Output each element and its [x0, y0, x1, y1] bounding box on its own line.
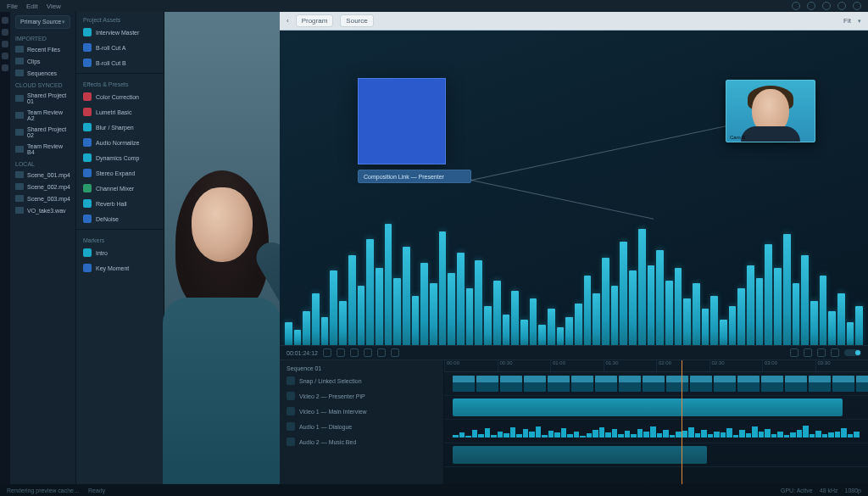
- clip-thumbnail: [595, 376, 617, 392]
- sidebar-item[interactable]: Scene_001.mp4: [10, 169, 75, 181]
- tab-source[interactable]: Source: [340, 14, 373, 27]
- track-header[interactable]: Video 2 — Presenter PiP: [287, 390, 437, 402]
- user-icon[interactable]: [853, 2, 861, 10]
- asset-item[interactable]: Dynamics Comp: [76, 150, 164, 165]
- asset-color-icon: [83, 43, 92, 52]
- settings-icon[interactable]: [837, 2, 846, 10]
- rail-icon[interactable]: [2, 17, 8, 24]
- item-label: Scene_003.mp4: [27, 196, 70, 202]
- asset-color-icon: [83, 184, 92, 192]
- asset-color-icon: [83, 199, 92, 208]
- sidebar-item[interactable]: Recent Files: [10, 43, 75, 55]
- clip-icon: [15, 207, 24, 214]
- mute-icon[interactable]: [790, 348, 798, 357]
- video-clip[interactable]: [453, 376, 868, 392]
- timeline-track-panel: Sequence 01 Snap / Linked Selection Vide…: [280, 360, 444, 484]
- waveform-bar: [648, 265, 655, 345]
- record-toggle[interactable]: [844, 349, 861, 356]
- menu-file[interactable]: File: [7, 3, 18, 10]
- bookmark-icon[interactable]: [792, 2, 800, 10]
- sequence-name: Sequence 01: [287, 365, 321, 371]
- asset-color-icon: [83, 264, 92, 272]
- floating-panel[interactable]: Composition Link — Presenter: [358, 78, 459, 183]
- sidebar-item[interactable]: Team Review B4: [10, 141, 75, 158]
- sidebar-item[interactable]: Scene_002.mp4: [10, 181, 75, 192]
- asset-item[interactable]: Key Moment: [76, 260, 164, 276]
- rail-icon[interactable]: [2, 53, 8, 59]
- track-row[interactable]: [444, 396, 868, 420]
- asset-item[interactable]: B-roll Cut A: [76, 40, 164, 55]
- waveform-bar: [765, 244, 772, 345]
- video-clip[interactable]: [453, 398, 843, 416]
- bell-icon[interactable]: [807, 2, 815, 10]
- sidebar-item[interactable]: VO_take3.wav: [10, 204, 75, 216]
- crop-icon[interactable]: [831, 348, 839, 357]
- skip-end-icon[interactable]: [377, 348, 386, 357]
- asset-color-icon: [83, 138, 92, 147]
- timecode: 00:01:24:12: [287, 350, 318, 356]
- asset-label: B-roll Cut B: [96, 60, 126, 66]
- asset-item[interactable]: DeNoise: [76, 211, 164, 226]
- zoom-select[interactable]: Fit: [843, 17, 851, 25]
- picture-in-picture[interactable]: Cam B: [726, 80, 815, 142]
- audio-clip[interactable]: [453, 425, 860, 437]
- track-header[interactable]: Audio 2 — Music Bed: [287, 436, 437, 448]
- source-dropdown[interactable]: Primary Source: [15, 15, 70, 29]
- rail-icon[interactable]: [2, 29, 8, 36]
- audio-clip[interactable]: [453, 446, 707, 464]
- sidebar-item[interactable]: Shared Project 01: [10, 90, 75, 107]
- rail-icon[interactable]: [2, 64, 8, 71]
- asset-item[interactable]: Color Correction: [76, 89, 164, 104]
- sidebar-item[interactable]: Shared Project 02: [10, 124, 75, 141]
- menu-view[interactable]: View: [47, 3, 61, 10]
- timeline-tracks[interactable]: 00:0000:3001:0001:3002:0002:3003:0003:30: [444, 360, 868, 484]
- asset-item[interactable]: Interview Master: [76, 25, 164, 40]
- item-label: Shared Project 01: [27, 92, 70, 104]
- rail-icon[interactable]: [2, 41, 8, 47]
- waveform-bar: [294, 330, 302, 345]
- menu-edit[interactable]: Edit: [26, 3, 38, 10]
- next-frame-icon[interactable]: [364, 348, 372, 357]
- asset-item[interactable]: Stereo Expand: [76, 165, 164, 181]
- time-ruler[interactable]: 00:0000:3001:0001:3002:0002:3003:0003:30: [444, 360, 868, 372]
- canvas-stage[interactable]: Composition Link — Presenter Cam B: [280, 31, 868, 345]
- skip-start-icon[interactable]: [323, 348, 331, 357]
- playhead[interactable]: [682, 360, 682, 484]
- asset-label: Stereo Expand: [96, 170, 135, 176]
- sidebar-item[interactable]: Clips: [10, 55, 75, 67]
- sidebar-item[interactable]: Scene_003.mp4: [10, 192, 75, 204]
- asset-item[interactable]: B-roll Cut B: [76, 55, 164, 70]
- sidebar-item[interactable]: Sequences: [10, 67, 75, 79]
- track-header[interactable]: Audio 1 — Dialogue: [287, 421, 437, 432]
- tab-program[interactable]: Program: [296, 14, 334, 27]
- asset-item[interactable]: Lumetri Basic: [76, 104, 164, 120]
- panel-footer[interactable]: Composition Link — Presenter: [358, 170, 471, 183]
- asset-item[interactable]: Reverb Hall: [76, 196, 164, 211]
- settings-icon[interactable]: [804, 348, 812, 357]
- asset-item[interactable]: Channel Mixer: [76, 181, 164, 196]
- clip-icon: [15, 171, 24, 178]
- track-row[interactable]: [444, 372, 868, 396]
- asset-item[interactable]: Audio Normalize: [76, 135, 164, 150]
- section-header: Project Assets: [76, 12, 164, 25]
- panel-square[interactable]: [358, 78, 446, 164]
- track-header[interactable]: Video 1 — Main Interview: [287, 405, 437, 417]
- help-icon[interactable]: [822, 2, 831, 10]
- track-row[interactable]: [444, 443, 868, 467]
- grid-icon[interactable]: [817, 348, 826, 357]
- waveform-bar: [348, 255, 356, 345]
- pip-label: Cam B: [730, 135, 745, 140]
- cloud-icon: [15, 146, 24, 153]
- sidebar-item[interactable]: Team Review A2: [10, 107, 75, 124]
- back-button[interactable]: ‹: [287, 17, 289, 25]
- play-icon[interactable]: [350, 348, 359, 357]
- prev-frame-icon[interactable]: [337, 348, 345, 357]
- loop-icon[interactable]: [391, 348, 399, 357]
- panel-option[interactable]: Snap / Linked Selection: [287, 375, 437, 387]
- asset-item[interactable]: Blur / Sharpen: [76, 120, 164, 135]
- ruler-mark: 03:00: [762, 360, 815, 371]
- source-monitor[interactable]: [164, 12, 280, 484]
- track-row[interactable]: [444, 420, 868, 443]
- asset-item[interactable]: Intro: [76, 245, 164, 260]
- tool-rail: [0, 12, 10, 484]
